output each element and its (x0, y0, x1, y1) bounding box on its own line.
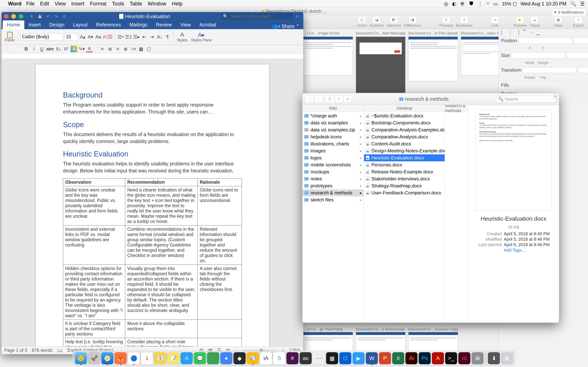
app-name[interactable]: Word (8, 1, 22, 7)
dock-terminal[interactable]: >_ (445, 352, 457, 364)
increase-font-icon[interactable]: A▴ (79, 34, 86, 40)
dock-ia[interactable]: iA (260, 352, 272, 364)
dock-messages[interactable]: 💬 (194, 352, 206, 364)
tool-subtract[interactable]: ◪Subtract (370, 16, 384, 28)
menu-table[interactable]: Table (130, 1, 142, 7)
finder-row[interactable]: Comparative-Analysis-Examples.docx (364, 126, 445, 133)
spellcheck-icon[interactable]: 📖 (57, 348, 63, 353)
menu-help[interactable]: Help (172, 1, 183, 7)
word-search[interactable]: 🔍 (221, 13, 293, 19)
status-icon[interactable]: ⛊ (469, 1, 474, 7)
align-bottom-icon[interactable]: ▁ (535, 30, 541, 36)
dock-launchpad[interactable]: 🚀 (88, 352, 100, 364)
dock-box[interactable]: □ (339, 352, 351, 364)
para[interactable]: The heuristic evaluation helps to identi… (63, 160, 242, 174)
section-fills[interactable]: Fills (499, 81, 588, 89)
numbering-icon[interactable]: ☰1 (125, 34, 132, 40)
finder-row[interactable]: mobile screenshots▸ (302, 161, 364, 168)
dock-app[interactable]: ● (220, 352, 232, 364)
tab-home[interactable]: Home (3, 20, 24, 29)
dock-powerpoint[interactable]: P (379, 352, 391, 364)
input-x[interactable] (519, 38, 572, 43)
status-page[interactable]: Page 1 of 3 (4, 348, 27, 353)
finder-row[interactable]: data viz examples▸ (302, 119, 364, 126)
status-icon[interactable]: ◎ (444, 1, 448, 7)
superscript-button[interactable]: X² (63, 46, 69, 52)
dock-photoshop[interactable]: Ps (419, 352, 431, 364)
artboard-label[interactable]: Document Co…er File Upload (408, 31, 458, 35)
undo-icon[interactable]: ↶ (45, 13, 51, 20)
finder-search[interactable]: 🔍 Search (496, 96, 556, 102)
pilcrow-icon[interactable]: ¶ (164, 34, 171, 40)
dock-safari[interactable]: 🧭 (101, 352, 113, 364)
align-right-button[interactable]: ≡ (115, 46, 121, 52)
dock-sysprefs[interactable]: ⚙ (471, 352, 484, 364)
tab-view[interactable]: View (176, 20, 195, 29)
menu-format[interactable]: Format (90, 1, 107, 7)
artboard-label[interactable]: …nt Co…ge Third Party (303, 327, 343, 331)
artboard-thumb[interactable] (461, 37, 499, 75)
tool-link[interactable]: ↝Link (491, 16, 499, 28)
artboard-label[interactable]: Document Co…Alert Message (356, 31, 406, 35)
tab-layout[interactable]: Layout (69, 20, 92, 29)
highlight-icon[interactable]: ✎▾ (78, 46, 85, 52)
dock-word[interactable]: W (366, 352, 378, 364)
ruler[interactable] (1, 53, 303, 59)
tab-insert[interactable]: Insert (24, 20, 45, 29)
dock-illustrator[interactable]: Ai (405, 352, 418, 364)
finder-row[interactable]: Bootstrap-Components.docx (364, 119, 445, 126)
finder-row[interactable]: Personas.docx (364, 161, 445, 168)
tool-difference[interactable]: ◨Difference (404, 16, 421, 28)
zoom-icon[interactable] (19, 14, 23, 19)
close-icon[interactable] (4, 14, 8, 19)
align-top-icon[interactable]: ▔ (521, 30, 527, 36)
tool-forward[interactable]: ↥Forward (439, 16, 453, 28)
artboard-label[interactable]: Document Co…e Anonymous (356, 327, 404, 331)
finder-row[interactable]: Strategy-Roadmap.docx (364, 182, 445, 189)
input-flip[interactable] (578, 67, 588, 73)
dock-sketch[interactable]: 💎 (247, 352, 259, 364)
document-area[interactable]: Background The Program seeks usability s… (1, 59, 303, 354)
dock-abstract[interactable]: ◆ (234, 352, 246, 364)
tool-intersect[interactable]: ◩Intersect (387, 16, 401, 28)
align-left-icon[interactable]: ▏ (500, 30, 506, 36)
dock-firefox[interactable]: 🦊 (115, 352, 126, 364)
dock-stickies[interactable]: 📝 (168, 352, 179, 364)
status-icon[interactable]: ⋮ (478, 1, 483, 7)
status-icon[interactable]: ⛨ (460, 1, 465, 7)
dock-chrome[interactable]: 🔵 (128, 352, 140, 364)
menu-tools[interactable]: Tools (112, 1, 124, 7)
input-rotate[interactable] (523, 67, 577, 73)
status-icon[interactable]: ◐ (452, 1, 456, 7)
font-combo[interactable] (21, 33, 63, 41)
dock-axure[interactable]: ax (300, 352, 312, 364)
minimize-icon[interactable] (11, 14, 16, 19)
tab-review[interactable]: Review (152, 20, 176, 29)
share-button[interactable]: ⇧ (335, 96, 343, 103)
artboard-thumb[interactable] (356, 37, 405, 93)
clear-format-icon[interactable]: A⌫ (103, 34, 112, 40)
finder-row[interactable]: sketch files▸ (302, 196, 364, 203)
para[interactable]: The Program seeks usability support in o… (63, 101, 242, 116)
menu-edit[interactable]: Edit (40, 1, 49, 7)
finder-row[interactable]: illustrations, charts▸ (302, 140, 364, 147)
finder-row[interactable]: prototypes▸ (302, 182, 364, 189)
multilevel-icon[interactable]: ☰▸ (133, 34, 140, 40)
dock-calendar[interactable]: 1 (141, 352, 153, 364)
dock-appstore[interactable]: A (181, 352, 193, 364)
menu-view[interactable]: View (55, 1, 66, 7)
menu-insert[interactable]: Insert (71, 1, 84, 7)
finder-row[interactable]: ~$uristic-Evaluation.docx (364, 112, 445, 119)
tool-cloud[interactable]: ☁Cloud (530, 16, 540, 28)
artboard-label[interactable]: …t Co…-Pager Errors (303, 31, 340, 35)
finder-row[interactable]: Comparative-Analysis.docx (364, 133, 445, 140)
tool-view[interactable]: ▦View (554, 16, 562, 28)
italic-button[interactable]: I (31, 46, 37, 52)
align-center-button[interactable]: ≣ (107, 46, 113, 52)
finder-row[interactable]: notes▸ (302, 175, 364, 182)
dock-keynote[interactable]: ▶ (353, 352, 365, 364)
styles-pane-button[interactable]: A▸Styles Pane (191, 31, 212, 42)
finder-row[interactable]: Heuristic-Evaluation.docx (364, 154, 445, 161)
tool-export[interactable]: ⇧Export (573, 16, 584, 28)
tab-references[interactable]: References (92, 20, 125, 29)
